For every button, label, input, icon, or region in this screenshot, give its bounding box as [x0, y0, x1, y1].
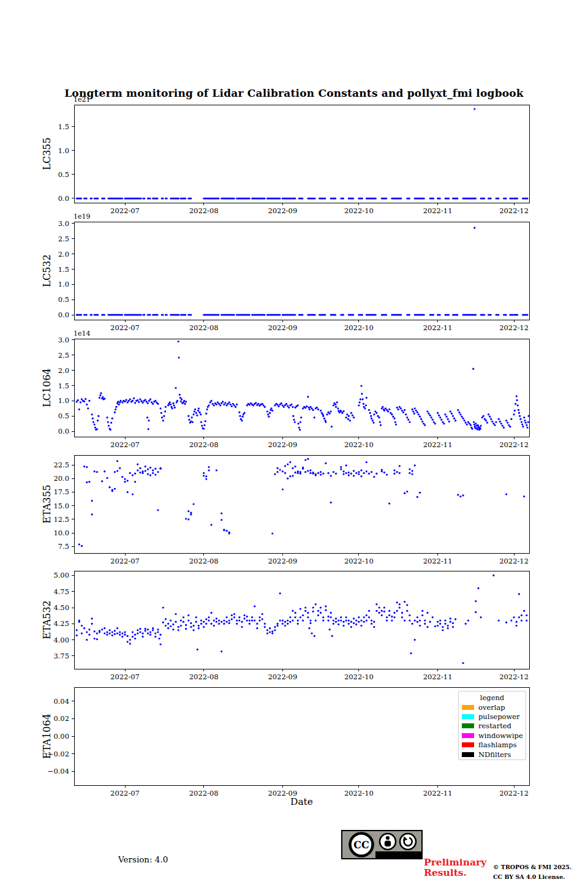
legend-entry-label: overlap — [478, 703, 505, 712]
data-point — [165, 406, 167, 408]
data-point — [294, 314, 296, 316]
data-point — [498, 418, 500, 420]
x-tick-label: 2022-08 — [189, 206, 219, 215]
data-point — [342, 314, 344, 316]
data-point — [304, 459, 306, 461]
data-point — [459, 413, 461, 415]
data-point — [335, 406, 337, 408]
data-point — [314, 198, 316, 200]
data-point — [91, 413, 93, 415]
data-point — [375, 314, 377, 316]
data-point — [320, 473, 322, 475]
data-point — [205, 413, 207, 415]
data-point — [178, 626, 179, 628]
data-point — [324, 314, 326, 316]
copyright-line1: © TROPOS & FMI 2025. — [493, 864, 571, 870]
data-point — [472, 368, 474, 370]
data-point — [197, 410, 199, 412]
data-point — [352, 198, 354, 200]
data-point — [393, 418, 395, 420]
data-point — [308, 627, 310, 629]
data-point — [213, 620, 215, 622]
data-point — [142, 472, 144, 474]
data-point — [139, 398, 141, 400]
data-point — [249, 623, 251, 625]
data-point — [159, 638, 160, 639]
data-point — [517, 404, 519, 406]
data-point — [409, 198, 410, 200]
data-point — [138, 401, 140, 403]
data-point — [203, 626, 205, 628]
data-point — [279, 469, 281, 470]
y-tick-label: 4.25 — [53, 619, 69, 628]
data-point — [124, 481, 126, 483]
data-point — [353, 470, 355, 472]
x-tick-label: 2022-08 — [189, 323, 219, 332]
data-point — [121, 636, 123, 638]
y-tick-label: 0.0 — [58, 311, 69, 319]
data-point — [157, 314, 159, 316]
data-point — [431, 417, 432, 418]
data-point — [453, 418, 455, 420]
legend-entry-pulsepower: pulsepower — [459, 712, 526, 721]
data-point — [399, 465, 401, 467]
data-point — [289, 616, 291, 618]
data-point — [137, 464, 138, 466]
data-point — [148, 420, 149, 421]
data-point — [500, 423, 502, 424]
data-point — [264, 623, 266, 625]
data-point — [325, 462, 326, 464]
data-point — [289, 621, 291, 623]
data-point — [328, 616, 330, 617]
data-point — [312, 611, 314, 612]
data-point — [379, 417, 380, 418]
restarted-swatch-icon — [462, 723, 474, 728]
data-point — [258, 616, 260, 618]
x-tick-label: 2022-09 — [268, 440, 297, 449]
data-point — [375, 412, 377, 414]
data-point — [99, 631, 100, 633]
data-point — [169, 401, 171, 403]
data-point — [194, 410, 195, 412]
data-point — [406, 610, 408, 612]
data-point — [355, 472, 357, 474]
data-point — [190, 198, 192, 200]
data-point — [372, 420, 374, 421]
data-point — [203, 621, 205, 623]
data-point — [450, 410, 451, 412]
data-point — [284, 625, 286, 627]
data-point — [379, 612, 380, 614]
data-point — [231, 614, 233, 616]
data-point — [322, 473, 324, 475]
data-point — [348, 623, 350, 625]
data-point — [391, 620, 393, 622]
y-tick-label: 0.5 — [58, 295, 69, 304]
panel-LC532: 0.00.51.01.52.02.53.02022-072022-082022-… — [41, 213, 529, 332]
legend-entry-NDfilters: NDfilters — [459, 750, 526, 759]
data-point — [456, 198, 458, 200]
data-point — [277, 625, 279, 627]
data-point — [246, 616, 248, 617]
data-point — [480, 616, 482, 618]
data-point — [334, 198, 336, 200]
data-point — [129, 643, 131, 644]
data-point — [396, 407, 398, 409]
data-point — [137, 399, 138, 401]
overlap-swatch-icon — [462, 705, 474, 710]
data-point — [183, 621, 184, 623]
data-point — [160, 634, 162, 636]
data-point — [320, 612, 322, 614]
by-text: BY — [383, 852, 392, 858]
data-point — [409, 614, 410, 616]
data-point — [316, 407, 318, 409]
data-point — [114, 633, 116, 635]
data-point — [178, 314, 179, 316]
data-point — [419, 620, 421, 622]
data-point — [429, 415, 431, 417]
data-point — [216, 469, 217, 471]
data-point — [100, 392, 102, 394]
data-point — [373, 626, 375, 628]
data-point — [187, 415, 189, 417]
data-point — [233, 613, 235, 615]
data-point — [104, 398, 105, 399]
